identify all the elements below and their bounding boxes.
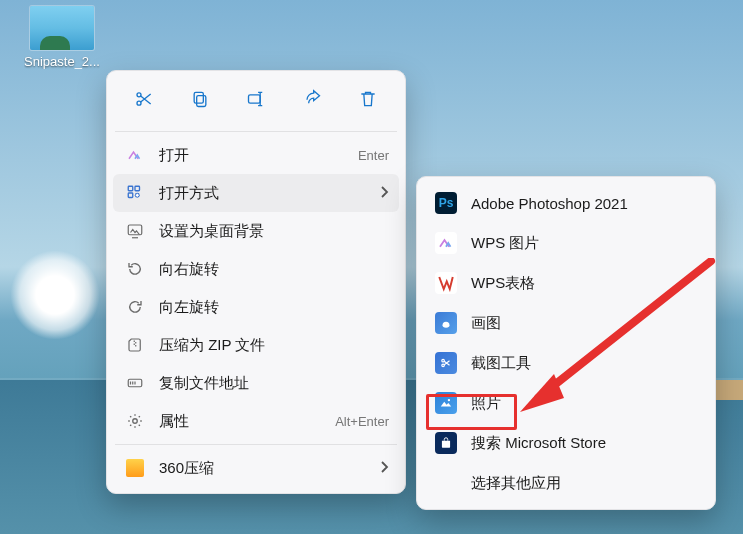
menu-item-copy-path[interactable]: 复制文件地址 <box>113 364 399 402</box>
rename-button[interactable] <box>231 83 281 117</box>
submenu-label: 照片 <box>471 394 699 413</box>
submenu-label: 画图 <box>471 314 699 333</box>
rotate-right-icon <box>125 259 145 279</box>
submenu-label: 选择其他应用 <box>471 474 699 493</box>
svg-rect-7 <box>128 193 133 198</box>
menu-separator <box>115 444 397 445</box>
svg-point-12 <box>442 359 445 362</box>
svg-rect-4 <box>249 94 261 102</box>
zip360-icon <box>125 458 145 478</box>
svg-point-13 <box>442 364 445 367</box>
submenu-item-choose-other[interactable]: 选择其他应用 <box>423 463 709 503</box>
menu-separator <box>115 131 397 132</box>
menu-label: 向左旋转 <box>159 298 389 317</box>
menu-item-rotate-left[interactable]: 向左旋转 <box>113 288 399 326</box>
svg-rect-3 <box>194 92 203 103</box>
open-with-icon <box>125 183 145 203</box>
menu-item-360zip[interactable]: 360压缩 <box>113 449 399 487</box>
scissors-icon <box>134 89 154 112</box>
submenu-label: Adobe Photoshop 2021 <box>471 195 699 212</box>
open-with-submenu: Ps Adobe Photoshop 2021 WPS 图片 WPS表格 画图 … <box>416 176 716 510</box>
svg-point-11 <box>133 419 138 424</box>
snipping-icon <box>435 352 457 374</box>
menu-label: 属性 <box>159 412 321 431</box>
trash-icon <box>358 89 378 112</box>
wallpaper-icon <box>125 221 145 241</box>
empty-icon <box>435 472 457 494</box>
share-button[interactable] <box>287 83 337 117</box>
file-thumbnail <box>30 6 94 50</box>
rotate-left-icon <box>125 297 145 317</box>
menu-label: 设置为桌面背景 <box>159 222 389 241</box>
submenu-label: WPS表格 <box>471 274 699 293</box>
menu-shortcut: Alt+Enter <box>335 414 389 429</box>
svg-rect-6 <box>135 186 140 191</box>
menu-label: 向右旋转 <box>159 260 389 279</box>
photoshop-icon: Ps <box>435 192 457 214</box>
chevron-right-icon <box>379 185 389 202</box>
context-toolbar <box>113 79 399 127</box>
menu-item-compress-zip[interactable]: 压缩为 ZIP 文件 <box>113 326 399 364</box>
menu-item-open-with[interactable]: 打开方式 <box>113 174 399 212</box>
submenu-item-wps-sheet[interactable]: WPS表格 <box>423 263 709 303</box>
chevron-right-icon <box>379 460 389 477</box>
svg-point-1 <box>137 101 141 105</box>
menu-item-open[interactable]: 打开 Enter <box>113 136 399 174</box>
desktop-file-icon[interactable]: Snipaste_2... <box>18 6 106 69</box>
rename-icon <box>246 89 266 112</box>
menu-shortcut: Enter <box>358 148 389 163</box>
submenu-label: WPS 图片 <box>471 234 699 253</box>
open-icon <box>125 145 145 165</box>
menu-label: 复制文件地址 <box>159 374 389 393</box>
menu-label: 压缩为 ZIP 文件 <box>159 336 389 355</box>
photos-icon <box>435 392 457 414</box>
svg-rect-2 <box>197 95 206 106</box>
context-menu: 打开 Enter 打开方式 设置为桌面背景 向右旋转 向左旋转 压缩为 ZIP <box>106 70 406 494</box>
submenu-item-photoshop[interactable]: Ps Adobe Photoshop 2021 <box>423 183 709 223</box>
submenu-label: 搜索 Microsoft Store <box>471 434 699 453</box>
cut-button[interactable] <box>119 83 169 117</box>
submenu-label: 截图工具 <box>471 354 699 373</box>
menu-label: 打开 <box>159 146 344 165</box>
paint-icon <box>435 312 457 334</box>
submenu-item-search-store[interactable]: 搜索 Microsoft Store <box>423 423 709 463</box>
menu-item-properties[interactable]: 属性 Alt+Enter <box>113 402 399 440</box>
svg-rect-5 <box>128 186 133 191</box>
submenu-item-paint[interactable]: 画图 <box>423 303 709 343</box>
copy-button[interactable] <box>175 83 225 117</box>
properties-icon <box>125 411 145 431</box>
zip-icon <box>125 335 145 355</box>
submenu-item-snipping[interactable]: 截图工具 <box>423 343 709 383</box>
svg-point-14 <box>448 399 450 401</box>
copy-icon <box>190 89 210 112</box>
file-label: Snipaste_2... <box>24 54 100 69</box>
submenu-item-photos[interactable]: 照片 <box>423 383 709 423</box>
submenu-item-wps-image[interactable]: WPS 图片 <box>423 223 709 263</box>
menu-label: 360压缩 <box>159 459 365 478</box>
copy-path-icon <box>125 373 145 393</box>
svg-point-0 <box>137 92 141 96</box>
store-icon <box>435 432 457 454</box>
share-icon <box>302 89 322 112</box>
delete-button[interactable] <box>343 83 393 117</box>
wallpaper-sun <box>10 250 100 340</box>
menu-label: 打开方式 <box>159 184 365 203</box>
menu-item-set-wallpaper[interactable]: 设置为桌面背景 <box>113 212 399 250</box>
wps-image-icon <box>435 232 457 254</box>
menu-item-rotate-right[interactable]: 向右旋转 <box>113 250 399 288</box>
wps-sheet-icon <box>435 272 457 294</box>
